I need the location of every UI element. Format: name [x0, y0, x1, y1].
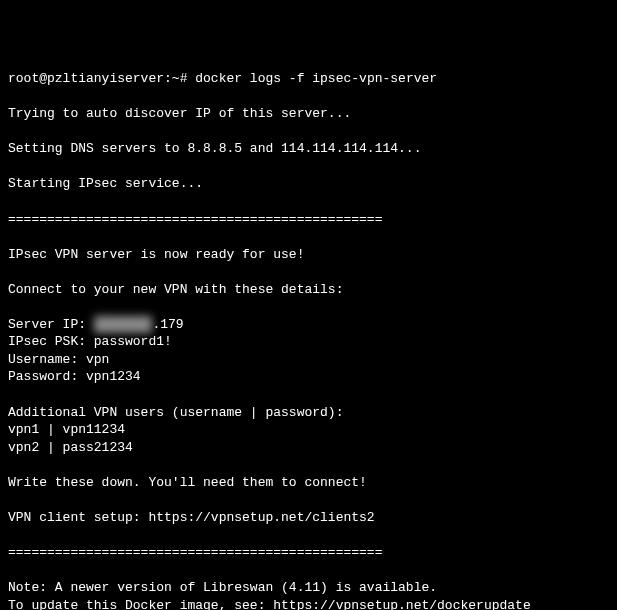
- blank-line: [8, 229, 16, 244]
- output-line: vpn1 | vpn11234: [8, 422, 125, 437]
- output-line: Username: vpn: [8, 352, 109, 367]
- output-line: IPsec VPN server is now ready for use!: [8, 247, 304, 262]
- blank-line: [8, 527, 16, 542]
- output-line: Password: vpn1234: [8, 369, 141, 384]
- output-line: Note: A newer version of Libreswan (4.11…: [8, 580, 437, 595]
- blank-line: [8, 159, 16, 174]
- blank-line: [8, 563, 16, 578]
- blank-line: [8, 264, 16, 279]
- prompt-line: root@pzltianyiserver:~# docker logs -f i…: [8, 71, 437, 86]
- output-line: Additional VPN users (username | passwor…: [8, 405, 343, 420]
- masked-ip: xxx.xxx: [94, 316, 153, 334]
- output-line: Trying to auto discover IP of this serve…: [8, 106, 351, 121]
- shell-prompt: root@pzltianyiserver:~#: [8, 71, 187, 86]
- server-ip-suffix: .179: [152, 317, 183, 332]
- divider-line: ========================================…: [8, 545, 382, 560]
- output-line: To update this Docker image, see: https:…: [8, 598, 531, 610]
- output-line: Connect to your new VPN with these detai…: [8, 282, 343, 297]
- blank-line: [8, 124, 16, 139]
- blank-line: [8, 194, 16, 209]
- terminal-output[interactable]: root@pzltianyiserver:~# docker logs -f i…: [8, 70, 609, 610]
- output-line: VPN client setup: https://vpnsetup.net/c…: [8, 510, 375, 525]
- blank-line: [8, 457, 16, 472]
- server-ip-line: Server IP: xxx.xxx.179: [8, 317, 184, 332]
- server-ip-label: Server IP:: [8, 317, 94, 332]
- blank-line: [8, 492, 16, 507]
- output-line: vpn2 | pass21234: [8, 440, 133, 455]
- blank-line: [8, 299, 16, 314]
- blank-line: [8, 387, 16, 402]
- output-line: IPsec PSK: password1!: [8, 334, 172, 349]
- output-line: Setting DNS servers to 8.8.8.5 and 114.1…: [8, 141, 421, 156]
- output-line: Starting IPsec service...: [8, 176, 203, 191]
- blank-line: [8, 89, 16, 104]
- output-line: Write these down. You'll need them to co…: [8, 475, 367, 490]
- shell-command: docker logs -f ipsec-vpn-server: [195, 71, 437, 86]
- divider-line: ========================================…: [8, 212, 382, 227]
